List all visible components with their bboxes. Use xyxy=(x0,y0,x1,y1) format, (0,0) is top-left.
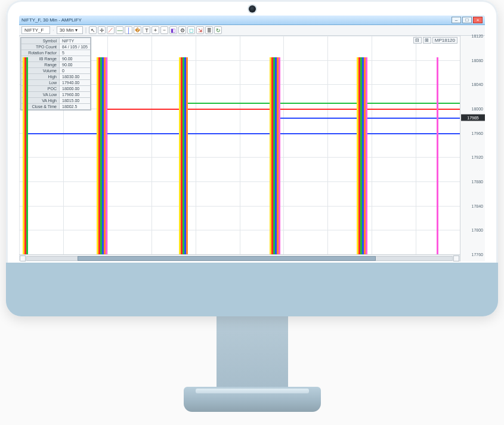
trendline-icon[interactable]: ／ xyxy=(107,26,115,34)
refresh-icon[interactable]: ↻ xyxy=(214,26,222,34)
cursor-icon[interactable]: ↖ xyxy=(89,26,97,34)
panel-key: Symbol xyxy=(21,38,60,44)
camera-icon xyxy=(249,5,256,13)
toolbar-icons: ↖✛／—│�T＋－◧⚙◻⇲≣↻ xyxy=(89,26,222,34)
maximize-button[interactable]: □ xyxy=(462,17,472,23)
scroll-thumb[interactable] xyxy=(78,256,376,261)
ref-line xyxy=(23,133,460,134)
price-tick: 17960 xyxy=(472,131,483,135)
maximize-icon: □ xyxy=(466,18,469,23)
monitor-bezel: NIFTY_F, 30 Min - AMPLIFY – □ × NIFTY_F … xyxy=(6,0,498,316)
vline-icon[interactable]: │ xyxy=(125,26,132,34)
session-guide xyxy=(279,57,280,261)
panel-value: 18015.00 xyxy=(60,98,91,104)
panel-value: 90.00 xyxy=(60,56,91,62)
panel-value: 84 / 105 / 105 xyxy=(60,44,91,50)
app-window: NIFTY_F, 30 Min - AMPLIFY – □ × NIFTY_F … xyxy=(19,16,485,261)
panel-key: TPO Count xyxy=(21,44,60,50)
monitor-stand-shine xyxy=(196,389,309,393)
palette-icon[interactable]: ◧ xyxy=(169,26,177,34)
zoomin-icon[interactable]: ＋ xyxy=(151,26,159,34)
chart-quick-tools: ⊟ ⊞ MP18120 xyxy=(413,37,457,44)
symbol-input[interactable]: NIFTY_F xyxy=(21,26,50,34)
monitor-stand-neck xyxy=(217,316,288,388)
horizontal-scrollbar[interactable] xyxy=(19,254,460,261)
export-icon[interactable]: ⇲ xyxy=(196,26,204,34)
price-tick: 17760 xyxy=(472,252,483,257)
interval-select[interactable]: 30 Min ▾ xyxy=(57,26,83,34)
panel-value: 17940.00 xyxy=(60,80,91,86)
scroll-right-button[interactable] xyxy=(453,255,459,261)
panel-value: 90.00 xyxy=(60,62,91,68)
minimize-button[interactable]: – xyxy=(452,17,461,23)
close-button[interactable]: × xyxy=(473,17,483,23)
session-guide xyxy=(366,57,367,261)
panel-value: 17960.00 xyxy=(60,92,91,98)
collapse-profile-button[interactable]: ⊟ xyxy=(413,37,422,44)
session-guide xyxy=(106,57,107,261)
device-frame: NIFTY_F, 30 Min - AMPLIFY – □ × NIFTY_F … xyxy=(6,0,498,425)
toolbar-sep: · xyxy=(52,27,54,33)
text-icon[interactable]: T xyxy=(143,26,150,34)
zoomout-icon[interactable]: － xyxy=(160,26,168,34)
price-tick: 18120 xyxy=(472,34,483,38)
layers-icon[interactable]: ≣ xyxy=(205,26,213,34)
monitor-chin xyxy=(6,263,498,316)
chart-area[interactable]: SymbolNIFTYTPO Count84 / 105 / 105Rotati… xyxy=(19,36,485,261)
panel-value: NIFTY xyxy=(60,38,91,44)
settings-icon[interactable]: ⚙ xyxy=(178,26,186,34)
panel-value: 18000.00 xyxy=(60,86,91,92)
price-tick: 17840 xyxy=(472,204,483,208)
session-guide xyxy=(26,57,28,261)
snapshot-icon[interactable]: ◻ xyxy=(187,26,195,34)
price-tick: 18000 xyxy=(472,107,483,111)
hline-icon[interactable]: — xyxy=(116,26,123,34)
scroll-left-button[interactable] xyxy=(20,255,26,261)
price-tick: 17800 xyxy=(472,228,483,232)
ref-line xyxy=(179,103,460,104)
price-tick: 17920 xyxy=(472,155,483,159)
close-icon: × xyxy=(477,18,480,23)
panel-value: 18002.5 xyxy=(60,104,91,110)
price-axis: 1812018080180401800017960179201788017840… xyxy=(460,36,485,261)
last-price-marker: 17985 xyxy=(461,115,485,121)
price-tick: 18040 xyxy=(472,82,483,87)
window-title: NIFTY_F, 30 Min - AMPLIFY xyxy=(21,17,452,23)
session-guide xyxy=(437,57,438,261)
crosshair-icon[interactable]: ✛ xyxy=(98,26,106,34)
expand-profile-button[interactable]: ⊞ xyxy=(423,37,431,44)
toolbar: NIFTY_F · 30 Min ▾ | ↖✛／—│�T＋－◧⚙◻⇲≣↻ xyxy=(19,25,485,36)
chart-code-label: MP18120 xyxy=(432,37,457,44)
panel-value: 0 xyxy=(60,68,91,74)
titlebar: NIFTY_F, 30 Min - AMPLIFY – □ × xyxy=(19,16,485,25)
info-panel: SymbolNIFTYTPO Count84 / 105 / 105Rotati… xyxy=(20,37,91,110)
price-tick: 18080 xyxy=(472,58,483,62)
minimize-icon: – xyxy=(455,18,457,23)
panel-key: Rotation Factor xyxy=(21,50,60,56)
panel-value: 18030.00 xyxy=(60,74,91,80)
panel-value: 5 xyxy=(60,50,91,56)
session-guide xyxy=(186,57,188,261)
toolbar-sep-2: | xyxy=(85,27,87,33)
fib-icon[interactable]: � xyxy=(134,26,141,34)
price-tick: 17880 xyxy=(472,180,483,184)
